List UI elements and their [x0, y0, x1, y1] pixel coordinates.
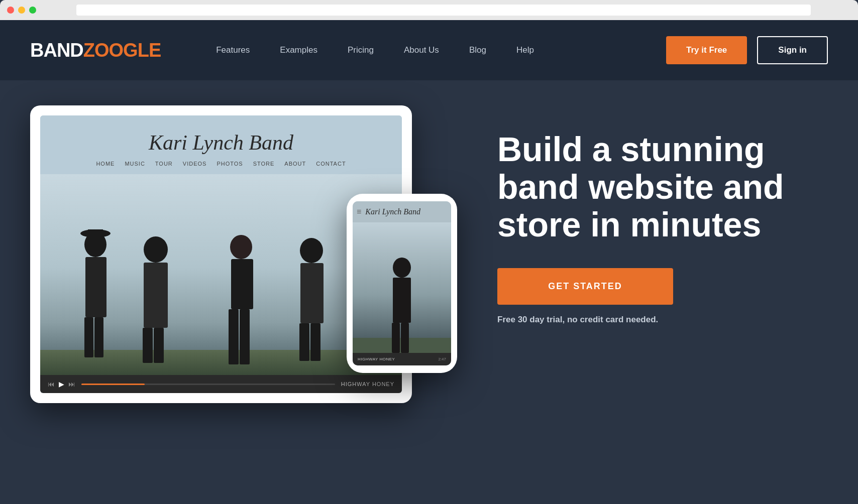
klb-nav-about: ABOUT: [284, 161, 306, 167]
klb-nav-photos: PHOTOS: [217, 161, 243, 167]
site-header: BANDZOOGLE Features Examples Pricing Abo…: [0, 20, 858, 80]
klb-tablet-nav: HOME MUSIC TOUR VIDEOS PHOTOS STORE ABOU…: [50, 161, 392, 167]
klb-tablet-header: Kari Lynch Band HOME MUSIC TOUR VIDEOS P…: [40, 115, 402, 174]
hero-text: Build a stunning band website and store …: [457, 100, 828, 325]
player-controls: ⏮ ▶ ⏭: [48, 380, 75, 388]
player-track-name: HIGHWAY HONEY: [341, 381, 394, 387]
klb-player[interactable]: ⏮ ▶ ⏭ HIGHWAY HONEY: [40, 375, 402, 393]
klb-tablet-title: Kari Lynch Band: [50, 131, 392, 155]
player-next-icon[interactable]: ⏭: [68, 380, 75, 388]
window-chrome: [0, 0, 858, 20]
phone-menu-icon[interactable]: ≡: [357, 207, 361, 216]
svg-rect-26: [299, 323, 309, 361]
player-progress-fill: [81, 384, 145, 385]
player-play-icon[interactable]: ▶: [59, 380, 64, 388]
svg-point-20: [230, 235, 252, 259]
player-prev-icon[interactable]: ⏮: [48, 380, 55, 388]
svg-rect-22: [229, 309, 239, 364]
main-content: BANDZOOGLE Features Examples Pricing Abo…: [0, 20, 858, 504]
header-actions: Try it Free Sign in: [666, 36, 828, 64]
svg-rect-27: [310, 323, 320, 361]
phone-screen: ≡ Kari Lynch Band: [353, 201, 451, 365]
close-button[interactable]: [7, 7, 14, 14]
klb-nav-store: STORE: [253, 161, 275, 167]
svg-rect-18: [143, 328, 153, 363]
maximize-button[interactable]: [29, 7, 36, 14]
svg-rect-21: [231, 259, 253, 309]
phone-track-name: HIGHWAY HONEY: [358, 357, 434, 361]
nav-help[interactable]: Help: [501, 45, 549, 55]
svg-rect-32: [392, 323, 400, 353]
hero-subtext: Free 30 day trial, no credit card needed…: [497, 315, 828, 325]
hero-section: Kari Lynch Band HOME MUSIC TOUR VIDEOS P…: [0, 80, 858, 504]
nav-blog[interactable]: Blog: [454, 45, 501, 55]
svg-rect-31: [393, 278, 411, 323]
svg-rect-13: [85, 257, 106, 317]
hero-headline: Build a stunning band website and store …: [497, 131, 828, 243]
svg-rect-15: [94, 317, 103, 357]
get-started-button[interactable]: GET STARTED: [497, 268, 673, 305]
klb-nav-videos: VIDEOS: [183, 161, 207, 167]
klb-nav-music: MUSIC: [125, 161, 145, 167]
minimize-button[interactable]: [18, 7, 25, 14]
address-bar[interactable]: [76, 5, 811, 16]
klb-nav-home: HOME: [96, 161, 115, 167]
svg-point-24: [300, 238, 323, 263]
logo-zoogle: ZOOGLE: [83, 40, 161, 61]
phone-klb-title: Kari Lynch Band: [365, 207, 420, 216]
svg-rect-12: [88, 229, 103, 242]
player-progress-bar[interactable]: [81, 384, 335, 385]
phone-time: 2:47: [438, 357, 446, 361]
phone-mockup: ≡ Kari Lynch Band: [347, 194, 457, 373]
svg-rect-25: [300, 263, 324, 323]
main-nav: Features Examples Pricing About Us Blog …: [201, 45, 666, 55]
klb-nav-contact: CONTACT: [316, 161, 346, 167]
sign-in-button[interactable]: Sign in: [757, 36, 828, 64]
nav-about[interactable]: About Us: [389, 45, 454, 55]
traffic-lights: [7, 7, 36, 14]
phone-player[interactable]: HIGHWAY HONEY 2:47: [353, 353, 451, 365]
svg-point-16: [144, 236, 168, 263]
svg-rect-14: [84, 317, 93, 357]
devices-mockup: Kari Lynch Band HOME MUSIC TOUR VIDEOS P…: [30, 105, 457, 403]
phone-band-image: [353, 222, 451, 353]
try-free-button[interactable]: Try it Free: [666, 36, 747, 64]
nav-examples[interactable]: Examples: [265, 45, 333, 55]
nav-pricing[interactable]: Pricing: [333, 45, 389, 55]
svg-rect-17: [144, 263, 168, 328]
logo-band: BAND: [30, 40, 83, 61]
svg-rect-23: [240, 309, 250, 364]
svg-point-30: [393, 258, 411, 278]
nav-features[interactable]: Features: [201, 45, 265, 55]
svg-rect-33: [401, 323, 409, 353]
klb-nav-tour: TOUR: [155, 161, 173, 167]
svg-rect-19: [154, 328, 164, 363]
logo[interactable]: BANDZOOGLE: [30, 40, 161, 61]
phone-klb-header: ≡ Kari Lynch Band: [353, 201, 451, 222]
